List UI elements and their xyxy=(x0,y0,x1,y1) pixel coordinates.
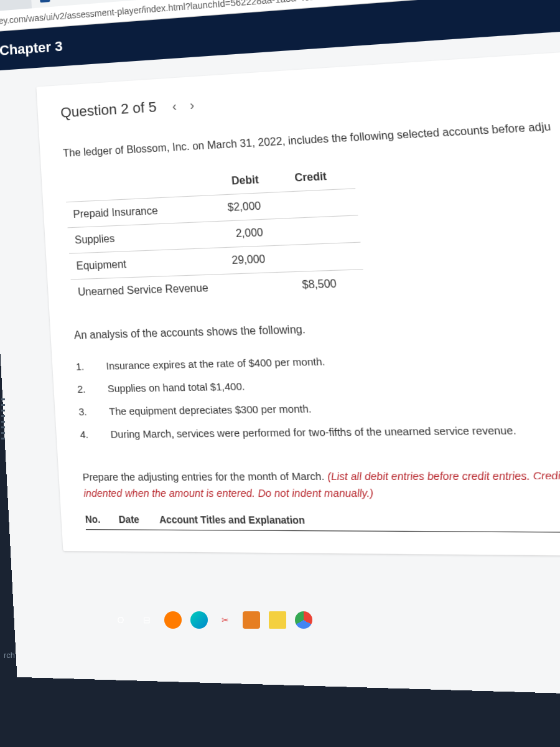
app-icon[interactable] xyxy=(243,611,260,629)
edge-icon[interactable] xyxy=(190,611,208,629)
wp-icon: WP xyxy=(40,0,50,2)
prev-question-button[interactable]: ‹ xyxy=(172,98,177,114)
firefox-icon[interactable] xyxy=(164,611,182,629)
task-view-icon[interactable]: ⊟ xyxy=(138,611,156,629)
chrome-icon[interactable] xyxy=(295,611,312,629)
analysis-list: 1.Insurance expires at the rate of $400 … xyxy=(75,342,560,446)
analysis-intro: An analysis of the accounts shows the fo… xyxy=(73,314,560,342)
col-debit: Debit xyxy=(218,166,287,195)
entry-table-header: No. Date Account Titles and Explanation … xyxy=(85,514,560,533)
question-intro: The ledger of Blossom, Inc. on March 31,… xyxy=(63,113,560,161)
content-area: Question 2 of 5 ‹ › The ledger of Blosso… xyxy=(0,24,560,699)
search-icon[interactable]: O xyxy=(112,611,129,629)
question-counter: Question 2 of 5 xyxy=(60,98,157,121)
prepare-instructions: Prepare the adjusting entries for the mo… xyxy=(82,467,560,502)
left-edge-decor xyxy=(1,398,5,439)
accounts-table: Debit Credit Prepaid Insurance $2,000 Su… xyxy=(65,162,366,306)
question-card: Question 2 of 5 ‹ › The ledger of Blosso… xyxy=(36,45,560,557)
edge-text: rch xyxy=(4,651,15,660)
snip-icon[interactable]: ✂ xyxy=(217,611,234,629)
next-question-button[interactable]: › xyxy=(189,97,195,113)
windows-taskbar: O ⊟ ✂ xyxy=(112,611,312,629)
col-credit: Credit xyxy=(285,162,356,192)
file-explorer-icon[interactable] xyxy=(269,611,286,629)
